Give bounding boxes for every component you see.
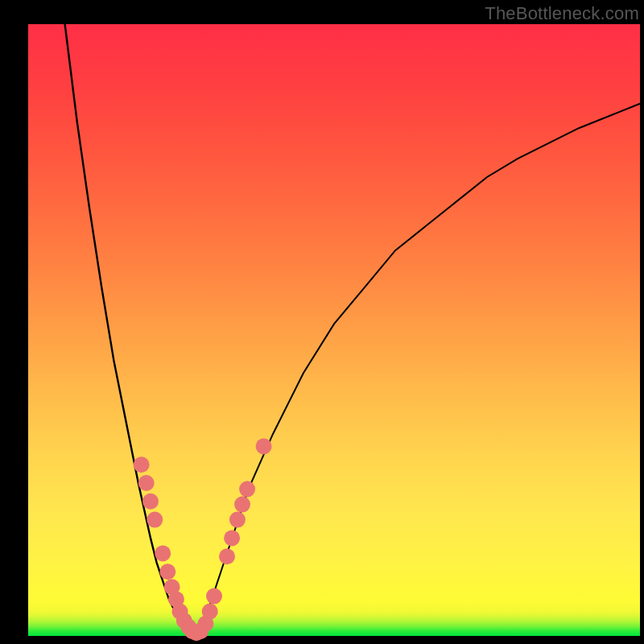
plot-area [28, 24, 640, 636]
data-marker [239, 481, 255, 497]
watermark-text: TheBottleneck.com [485, 3, 639, 24]
data-marker [142, 493, 159, 510]
data-marker [219, 548, 235, 564]
curve-right-arm [193, 104, 640, 636]
data-marker [229, 512, 246, 528]
data-marker [134, 456, 150, 473]
data-marker [155, 545, 171, 561]
data-marker [206, 588, 222, 605]
data-marker [138, 475, 155, 491]
data-marker [234, 497, 250, 513]
data-marker [147, 512, 163, 528]
data-marker [202, 604, 218, 620]
data-markers [134, 438, 272, 641]
data-marker [159, 564, 175, 580]
data-marker [256, 438, 272, 454]
curve-layer [28, 24, 640, 636]
chart-frame: TheBottleneck.com [0, 0, 644, 644]
curve-left-arm [65, 24, 194, 636]
data-marker [224, 530, 240, 546]
